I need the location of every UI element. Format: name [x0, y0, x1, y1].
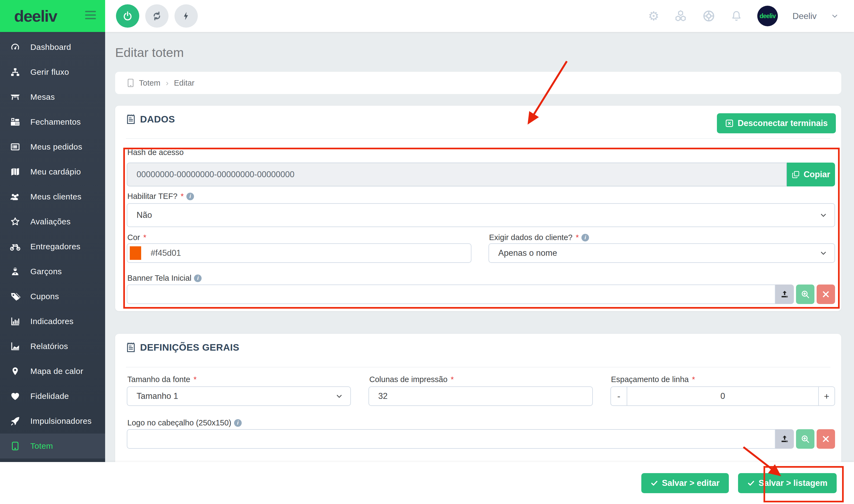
save-edit-button[interactable]: Salvar > editar — [641, 473, 729, 493]
logo-remove-button[interactable] — [817, 429, 835, 449]
fonte-select[interactable]: Tamanho 1 — [127, 386, 351, 406]
cor-input[interactable]: #f45d01 — [127, 243, 471, 263]
sidebar-item-entregadores[interactable]: Entregadores — [0, 234, 105, 259]
power-button[interactable] — [116, 4, 139, 28]
motorcycle-icon — [0, 241, 30, 252]
sidebar-item-label: Relatórios — [30, 342, 68, 351]
tablet-icon — [127, 78, 134, 87]
logo-upload-button[interactable] — [776, 429, 794, 449]
colunas-label: Colunas de impressão* — [369, 375, 454, 384]
definicoes-gerais-card: DEFINIÇÕES GERAIS Tamanho da fonte* Tama… — [115, 334, 841, 475]
chevron-down-icon[interactable] — [831, 13, 838, 19]
sidebar-item-meu-cardapio[interactable]: Meu cardápio — [0, 159, 105, 184]
sidebar-item-label: Meu cardápio — [30, 167, 81, 176]
espacamento-input[interactable] — [627, 386, 819, 406]
footer-action-bar: Salvar > editar Salvar > listagem — [0, 462, 854, 504]
sidebar-item-totem[interactable]: Totem — [0, 434, 105, 458]
info-icon[interactable]: i — [581, 234, 589, 241]
tef-select[interactable]: Não — [127, 203, 835, 227]
power-icon — [122, 11, 133, 21]
hash-input[interactable] — [127, 163, 787, 186]
map-icon — [0, 167, 30, 177]
required-mark: * — [194, 375, 196, 384]
logo-file-input[interactable] — [127, 429, 776, 449]
sidebar-item-relatorios[interactable]: Relatórios — [0, 334, 105, 359]
sidebar-item-avaliacoes[interactable]: Avaliações — [0, 209, 105, 234]
breadcrumb: Totem › Editar — [115, 72, 841, 94]
gauge-icon — [0, 42, 30, 52]
page-title: Editar totem — [115, 45, 184, 60]
logo-preview-button[interactable] — [796, 429, 815, 449]
sidebar-item-meus-pedidos[interactable]: Meus pedidos — [0, 134, 105, 159]
sidebar-item-indicadores[interactable]: Indicadores — [0, 309, 105, 334]
sidebar-item-label: Mesas — [30, 92, 55, 102]
banner-remove-button[interactable] — [817, 285, 835, 304]
breadcrumb-root[interactable]: Totem — [139, 78, 160, 88]
save-list-button[interactable]: Salvar > listagem — [738, 473, 837, 493]
colunas-input[interactable] — [368, 386, 593, 406]
avatar[interactable]: deeliv — [757, 6, 778, 26]
gear-icon[interactable]: ⚙ — [648, 10, 659, 22]
sidebar-item-fidelidade[interactable]: Fidelidade — [0, 384, 105, 409]
sidebar-item-garcons[interactable]: Garçons — [0, 259, 105, 284]
bolt-icon — [181, 11, 191, 21]
disconnect-terminals-button[interactable]: Desconectar terminais — [717, 113, 836, 133]
hash-label: Hash de acesso — [127, 148, 184, 157]
sidebar-item-label: Totem — [30, 442, 53, 451]
espacamento-label: Espaçamento de linha* — [611, 375, 695, 384]
sidebar-item-label: Fechamentos — [30, 117, 81, 127]
sidebar-item-fechamentos[interactable]: Fechamentos — [0, 109, 105, 134]
refresh-button[interactable] — [145, 4, 168, 28]
sidebar-item-impulsionadores[interactable]: Impulsionadores — [0, 409, 105, 434]
cliente-select[interactable]: Apenas o nome — [489, 243, 835, 263]
sidebar-item-label: Avaliações — [30, 217, 71, 226]
sidebar-item-dashboard[interactable]: Dashboard — [0, 35, 105, 60]
banner-label: Banner Tela Inicial i — [127, 274, 202, 283]
bolt-button[interactable] — [175, 4, 198, 28]
sidebar-item-gerir-fluxo[interactable]: Gerir fluxo — [0, 60, 105, 85]
breadcrumb-current: Editar — [174, 78, 195, 88]
sidebar-item-label: Meus pedidos — [30, 142, 83, 151]
chevron-down-icon — [820, 212, 827, 219]
banner-upload-button[interactable] — [776, 285, 794, 304]
stepper-plus-button[interactable]: + — [819, 386, 835, 406]
dados-card-header: DADOS — [126, 114, 175, 125]
color-swatch[interactable] — [130, 246, 141, 260]
info-icon[interactable]: i — [234, 419, 242, 427]
register-icon — [0, 117, 30, 127]
breadcrumb-separator: › — [166, 78, 168, 88]
sitemap-icon — [0, 67, 30, 77]
sidebar-item-mapa-de-calor[interactable]: Mapa de calor — [0, 359, 105, 384]
cubes-icon[interactable] — [674, 9, 687, 23]
banner-preview-button[interactable] — [796, 285, 815, 304]
info-icon[interactable]: i — [194, 274, 202, 282]
sidebar-item-label: Fidelidade — [30, 392, 69, 401]
required-mark: * — [143, 233, 146, 242]
sidebar-item-cupons[interactable]: Cupons — [0, 284, 105, 309]
lifering-icon[interactable] — [702, 9, 715, 23]
banner-upload-group — [127, 285, 835, 304]
account-name[interactable]: Deeliv — [793, 11, 817, 21]
logo-upload-group — [127, 429, 835, 449]
copy-button[interactable]: Copiar — [787, 163, 835, 186]
gerais-card-title: DEFINIÇÕES GERAIS — [140, 342, 239, 353]
dados-card-title: DADOS — [140, 114, 175, 125]
stepper-minus-button[interactable]: - — [611, 386, 627, 406]
hamburger-menu-icon[interactable] — [85, 11, 96, 19]
sidebar-item-label: Garçons — [30, 267, 62, 276]
sidebar-item-mesas[interactable]: Mesas — [0, 85, 105, 109]
cliente-label: Exigir dados do cliente?* i — [489, 233, 589, 242]
tablet-icon — [0, 441, 30, 451]
close-icon — [822, 290, 830, 298]
bell-icon[interactable] — [730, 10, 743, 22]
rocket-icon — [0, 416, 30, 426]
banner-file-input[interactable] — [127, 285, 776, 304]
magnifier-plus-icon — [801, 434, 810, 444]
close-icon — [822, 435, 830, 443]
sidebar-item-meus-clientes[interactable]: Meus clientes — [0, 184, 105, 209]
check-icon — [747, 479, 755, 487]
chevron-down-icon — [820, 250, 827, 257]
info-icon[interactable]: i — [186, 193, 194, 200]
tef-label: Habilitar TEF?* i — [127, 192, 194, 201]
topbar-actions — [116, 4, 198, 28]
